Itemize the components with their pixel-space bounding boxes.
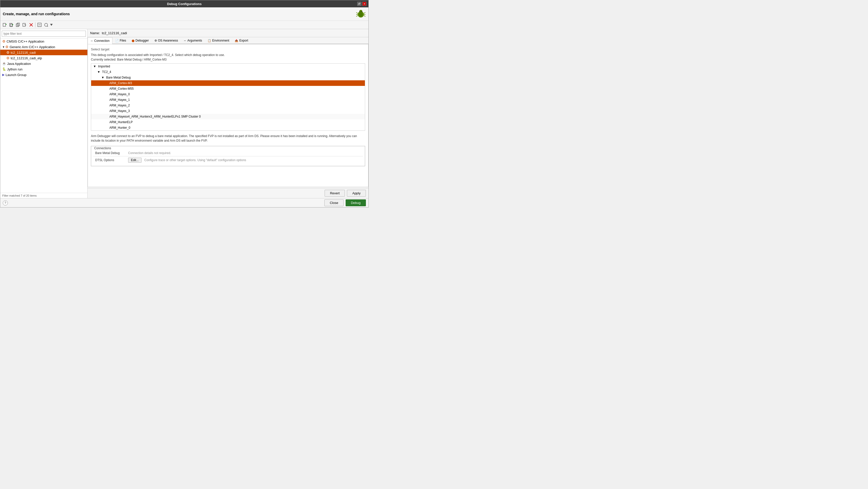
tree-item-jython[interactable]: 🐍 Jython run <box>0 66 87 72</box>
new-config-alt-button[interactable] <box>8 22 14 28</box>
bmd-label: Bare Metal Debug <box>106 76 131 79</box>
env-tab-icon: 📋 <box>208 39 211 42</box>
tree-item-label: Java Application <box>7 62 31 66</box>
right-panel: Name: tc2_112116_cadi ↔ Connection 📄 Fil… <box>88 29 368 198</box>
svg-point-8 <box>359 11 360 12</box>
export-button[interactable] <box>22 22 28 28</box>
filter-down-button[interactable] <box>50 22 53 28</box>
hayesx4-label: ARM_Hayesx4_ARM_Hunterx3_ARM_HunterELPx1… <box>110 115 201 118</box>
target-row-bmd[interactable]: ▼ Bare Metal Debug <box>91 75 365 80</box>
connections-table: Bare Metal Debug Connection details not … <box>93 150 363 164</box>
tc2-cadi-icon: ⚙ <box>6 51 10 55</box>
close-button[interactable]: Close <box>324 199 343 206</box>
filter-input[interactable] <box>2 31 86 37</box>
debugger-tab-icon: ⬤ <box>132 39 134 42</box>
target-row-hayes3[interactable]: ARM_Hayes_3 <box>91 108 365 114</box>
tree-item-tc2-cadi[interactable]: ⚙ tc2_112116_cadi <box>0 50 87 55</box>
debug-button[interactable]: Debug <box>346 199 366 206</box>
collapse-button[interactable] <box>36 22 42 28</box>
target-row-hayes2[interactable]: ARM_Hayes_2 <box>91 103 365 108</box>
filter-box <box>0 29 87 38</box>
tab-export[interactable]: 📤 Export <box>232 37 251 44</box>
conn-label-dtsl: DTSL Options <box>93 156 126 164</box>
tree-item-generic-arm[interactable]: ▼ ⚙ Generic Arm C/C++ Application <box>0 44 87 50</box>
expand-arrow-generic: ▼ <box>2 46 5 48</box>
target-row-hayesx4[interactable]: ARM_Hayesx4_ARM_Hunterx3_ARM_HunterELPx1… <box>91 114 365 119</box>
delete-button[interactable] <box>28 22 34 28</box>
svg-line-7 <box>364 16 365 17</box>
window-controls: 🗗 ✕ <box>357 2 366 6</box>
tc24-label: TC2_4 <box>102 70 111 74</box>
tab-label: Export <box>239 39 248 42</box>
hunter0-label: ARM_Hunter_0 <box>110 126 130 130</box>
duplicate-button[interactable] <box>15 22 21 28</box>
tab-environment[interactable]: 📋 Environment <box>205 37 232 44</box>
toolbar-separator <box>35 22 35 27</box>
svg-rect-14 <box>10 23 12 26</box>
conn-cell-dtsl: Edit... Configure trace or other target … <box>126 156 363 164</box>
svg-line-26 <box>47 26 48 27</box>
tab-debugger[interactable]: ⬤ Debugger <box>129 37 152 44</box>
imported-arrow: ▼ <box>93 65 96 68</box>
revert-button[interactable]: Revert <box>324 190 345 197</box>
main-content: ⚙ CMSIS C/C++ Application ▼ ⚙ Generic Ar… <box>0 29 368 198</box>
tree-item-cmsis[interactable]: ⚙ CMSIS C/C++ Application <box>0 38 87 44</box>
section-title: Select target <box>91 47 365 51</box>
bottom-bar: Revert Apply <box>88 188 368 198</box>
target-row-hunter-elp[interactable]: ARM_HunterELP <box>91 119 365 125</box>
jython-icon: 🐍 <box>2 67 6 71</box>
hayes3-label: ARM_Hayes_3 <box>110 109 130 113</box>
footer-buttons: Close Debug <box>324 199 366 206</box>
tree-container: ⚙ CMSIS C/C++ Application ▼ ⚙ Generic Ar… <box>0 38 87 193</box>
svg-line-5 <box>364 12 365 13</box>
name-row: Name: tc2_112116_cadi <box>88 29 368 37</box>
connection-tab-icon: ↔ <box>90 39 93 42</box>
svg-marker-27 <box>50 24 53 26</box>
new-config-button[interactable] <box>2 22 8 28</box>
connection-row-bmd: Bare Metal Debug Connection details not … <box>93 150 363 156</box>
tree-item-java[interactable]: ☕ Java Application <box>0 61 87 66</box>
filter-button[interactable] <box>43 22 49 28</box>
target-row-hayes0[interactable]: ARM_Hayes_0 <box>91 91 365 97</box>
tab-files[interactable]: 📄 Files <box>113 37 129 44</box>
toolbar <box>0 21 368 29</box>
tab-connection[interactable]: ↔ Connection <box>88 37 113 44</box>
edit-button[interactable]: Edit... <box>128 157 142 163</box>
apply-button[interactable]: Apply <box>347 190 366 197</box>
header-bar: Create, manage, and run configurations <box>0 7 368 21</box>
window-title: Debug Configurations <box>167 2 202 6</box>
java-icon: ☕ <box>2 62 6 65</box>
target-row-hayes1[interactable]: ARM_Hayes_1 <box>91 97 365 103</box>
target-row-imported[interactable]: ▼ Imported <box>91 64 365 69</box>
tree-item-launch-group[interactable]: ▶ Launch Group <box>0 72 87 78</box>
target-row-cortex-m3[interactable]: ARM_Cortex-M3 <box>91 80 365 86</box>
hunter-elp-label: ARM_HunterELP <box>110 120 133 124</box>
tree-item-label: Generic Arm C/C++ Application <box>10 45 55 49</box>
connection-row-dtsl: DTSL Options Edit... Configure trace or … <box>93 156 363 164</box>
tree-item-label: tc2_112116_cadi_elp <box>11 56 42 60</box>
tab-os-awareness[interactable]: ⚙ OS Awareness <box>152 37 181 44</box>
tree-item-tc2-cadi-elp[interactable]: ⚙ tc2_112116_cadi_elp <box>0 55 87 61</box>
restore-button[interactable]: 🗗 <box>357 2 361 6</box>
svg-point-10 <box>359 12 363 17</box>
target-row-tc24[interactable]: ▼ TC2_4 <box>91 69 365 75</box>
conn-value-bmd: Connection details not required. <box>126 150 363 156</box>
name-value: tc2_112116_cadi <box>102 31 127 35</box>
name-label: Name: <box>90 31 100 35</box>
tab-label: Files <box>120 39 126 42</box>
info-line-1: This debug configuration is associated w… <box>91 53 365 57</box>
target-row-hunter0[interactable]: ARM_Hunter_0 <box>91 125 365 131</box>
launch-icon: ▶ <box>2 73 5 77</box>
hayes2-label: ARM_Hayes_2 <box>110 104 130 107</box>
help-button[interactable]: ? <box>3 200 8 205</box>
description-text: Arm Debugger will connect to an FVP to d… <box>91 134 365 143</box>
svg-line-2 <box>356 12 358 13</box>
close-window-button[interactable]: ✕ <box>362 2 366 6</box>
cmsis-icon: ⚙ <box>2 39 6 43</box>
hayes0-label: ARM_Hayes_0 <box>110 92 130 96</box>
connections-section: Connections Bare Metal Debug Connection … <box>91 146 365 166</box>
os-tab-icon: ⚙ <box>154 39 157 42</box>
target-row-cortex-m55[interactable]: ARM_Cortex-M55 <box>91 86 365 91</box>
arguments-tab-icon: ↔ <box>184 39 186 42</box>
tab-arguments[interactable]: ↔ Arguments <box>181 37 205 44</box>
